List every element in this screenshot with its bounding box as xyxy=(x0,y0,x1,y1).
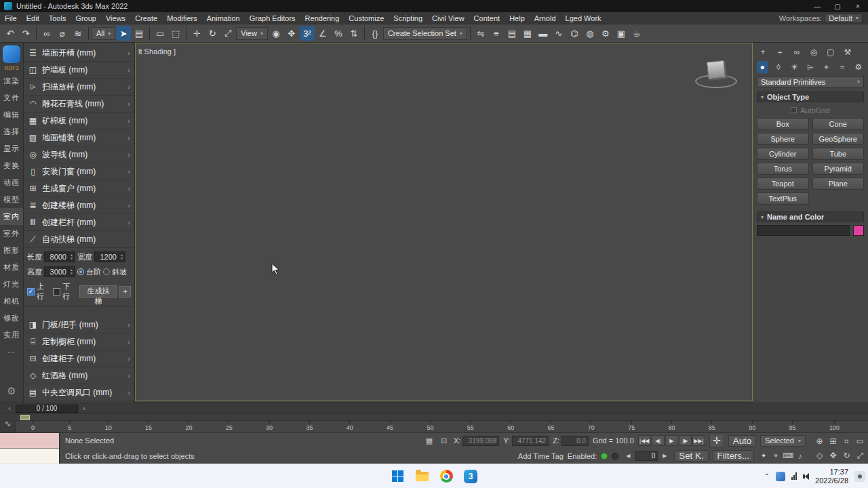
mini-curve-editor-button[interactable]: ∿ xyxy=(0,414,16,432)
pan-icon[interactable]: ✥ xyxy=(827,449,840,462)
edit-named-selection-sets-icon[interactable]: {} xyxy=(368,26,382,41)
tray-app-icon[interactable] xyxy=(776,472,785,481)
spinner-arrows-icon[interactable]: ▲▼ xyxy=(68,268,75,275)
menu-item[interactable]: Help xyxy=(505,12,530,24)
sidebar-item[interactable]: 相机 xyxy=(0,293,23,310)
selection-lock-icon[interactable]: ⊡ xyxy=(439,435,450,446)
primitive-button[interactable]: TextPlus xyxy=(757,192,809,205)
row-generate-windows[interactable]: ⊞ 生成窗户 (mm) › xyxy=(24,180,134,197)
selected-dropdown[interactable]: Selected ▾ xyxy=(760,435,806,447)
row-escalator[interactable]: ⟋ 自动扶梯 (mm) xyxy=(24,231,134,248)
spinner-snap-icon[interactable]: ⇅ xyxy=(347,26,361,41)
scene-explorer-icon[interactable]: ▤ xyxy=(505,26,519,41)
menu-item[interactable]: Edit xyxy=(22,12,44,24)
window-crossing-icon[interactable]: ⬚ xyxy=(168,26,183,41)
selection-filter-dropdown[interactable]: All ▾ xyxy=(92,27,115,40)
primitive-button[interactable]: Box xyxy=(757,118,809,130)
y-coordinate-field[interactable]: 4771.142 xyxy=(512,436,549,446)
sidebar-item[interactable]: 文件 xyxy=(0,89,23,106)
field-of-view-icon[interactable]: ◇ xyxy=(813,449,826,462)
sidebar-item[interactable]: 实用 xyxy=(0,327,23,344)
angle-snap-icon[interactable]: ∠ xyxy=(315,26,330,41)
row-wall-groove[interactable]: ☰ 墙面开槽 (mm) › xyxy=(24,45,134,62)
workspace-dropdown[interactable]: Default ▾ xyxy=(825,14,863,23)
tab-create[interactable]: + xyxy=(757,46,769,58)
generate-escalator-button[interactable]: 生成扶梯 xyxy=(79,285,118,298)
minimize-button[interactable]: — xyxy=(807,0,827,12)
object-type-rollout[interactable]: ▾ Object Type xyxy=(757,92,864,102)
row-wall-panel[interactable]: ◫ 护墙板 (mm) › xyxy=(24,62,134,79)
viewport[interactable]: lt Shading ] xyxy=(135,43,753,401)
mouse-tracking-icon[interactable]: ⌖ xyxy=(770,451,781,462)
select-by-name-icon[interactable]: ▤ xyxy=(132,26,146,41)
render-setup-icon[interactable]: ⚙ xyxy=(598,26,613,41)
row-create-railing[interactable]: Ⅲ 创建栏杆 (mm) › xyxy=(24,214,134,231)
ribbon-toggle-icon[interactable]: ▬ xyxy=(536,26,551,41)
primitive-type-dropdown[interactable]: Standard Primitives ▾ xyxy=(757,76,864,87)
select-and-move-icon[interactable]: ✛ xyxy=(189,26,204,41)
file-explorer-button[interactable] xyxy=(414,468,430,485)
sidebar-item[interactable]: 室外 xyxy=(0,225,23,242)
row-mineral-board[interactable]: ▦ 矿棉板 (mm) › xyxy=(24,113,134,129)
enabled-toggle-icon[interactable] xyxy=(601,453,608,460)
next-frame-button[interactable]: |▶ xyxy=(679,435,692,446)
previous-frame-button[interactable]: ◀| xyxy=(652,435,665,446)
add-time-tag[interactable]: Add Time Tag xyxy=(518,452,564,460)
menu-item[interactable]: Customize xyxy=(344,12,389,24)
select-and-link-icon[interactable]: ∞ xyxy=(39,26,54,41)
object-name-input[interactable] xyxy=(757,225,850,236)
orbit-icon[interactable]: ↻ xyxy=(840,449,853,462)
notification-icon[interactable] xyxy=(854,471,865,482)
spinner-arrows-icon[interactable]: ▲▼ xyxy=(118,253,125,260)
primitive-button[interactable]: Cylinder xyxy=(757,148,809,160)
primitive-button[interactable]: Plane xyxy=(812,178,865,190)
reference-coordinate-dropdown[interactable]: View ▾ xyxy=(236,27,268,40)
start-button[interactable] xyxy=(389,468,406,485)
sidebar-item[interactable]: 渲染 xyxy=(0,73,23,89)
x-coordinate-field[interactable]: 3199.088 xyxy=(462,436,499,446)
menu-item[interactable]: Scripting xyxy=(389,12,427,24)
listener-macro-field[interactable] xyxy=(0,433,59,449)
sound-icon[interactable]: ♪ xyxy=(795,451,806,462)
name-color-rollout[interactable]: ▾ Name and Color xyxy=(757,211,864,222)
menu-item[interactable]: Content xyxy=(469,12,505,24)
network-icon[interactable] xyxy=(791,472,797,480)
viewcube[interactable] xyxy=(694,54,741,96)
percent-snap-icon[interactable]: % xyxy=(331,26,346,41)
object-color-swatch[interactable] xyxy=(853,225,864,236)
go-to-end-button[interactable]: ▶▶| xyxy=(692,435,705,446)
set-keys-button[interactable]: ✛ xyxy=(709,434,724,447)
zoom-icon[interactable]: ⊕ xyxy=(813,434,826,448)
category-helpers-icon[interactable]: ⌖ xyxy=(821,61,832,73)
up-checkbox[interactable]: ✓ xyxy=(27,288,35,296)
spinner-arrows-icon[interactable]: ▲▼ xyxy=(68,253,75,260)
sidebar-item[interactable]: 编辑 xyxy=(0,106,23,123)
menu-item[interactable]: Lged Work xyxy=(561,12,606,24)
menu-item[interactable]: Create xyxy=(130,12,162,24)
rendered-frame-window-icon[interactable]: ▣ xyxy=(614,26,629,41)
step-radio[interactable] xyxy=(77,268,84,275)
volume-icon[interactable] xyxy=(803,473,809,480)
absolute-mode-icon[interactable]: ▦ xyxy=(424,435,435,446)
menu-item[interactable]: Arnold xyxy=(530,12,561,24)
play-button[interactable]: ▶ xyxy=(665,435,678,446)
menu-item[interactable]: Civil View xyxy=(427,12,469,24)
z-coordinate-field[interactable]: 0.0 xyxy=(561,436,589,446)
material-editor-icon[interactable]: ◍ xyxy=(583,26,597,41)
key-icon[interactable]: ✦ xyxy=(758,451,769,462)
select-object-icon[interactable]: ➤ xyxy=(116,26,131,41)
sidebar-item[interactable]: 灯光 xyxy=(0,276,23,293)
select-and-scale-icon[interactable]: ⤢ xyxy=(220,26,235,41)
frame-decrement-icon[interactable]: ◀ xyxy=(623,451,633,462)
sidebar-item[interactable]: 变换 xyxy=(0,157,23,174)
rectangular-selection-region-icon[interactable]: ▭ xyxy=(153,26,167,41)
menu-item[interactable]: Tools xyxy=(44,12,71,24)
clock[interactable]: 17:37 2022/6/28 xyxy=(815,468,848,485)
auto-key-button[interactable]: Auto xyxy=(728,435,756,447)
chrome-button[interactable] xyxy=(438,468,454,485)
next-frame-arrow[interactable]: › xyxy=(80,405,88,412)
layer-manager-icon[interactable]: ▦ xyxy=(520,26,535,41)
tab-modify[interactable]: ⌁ xyxy=(774,46,786,58)
keyboard-shortcut-icon[interactable]: ⌨ xyxy=(783,451,793,462)
select-and-rotate-icon[interactable]: ↻ xyxy=(205,26,220,41)
